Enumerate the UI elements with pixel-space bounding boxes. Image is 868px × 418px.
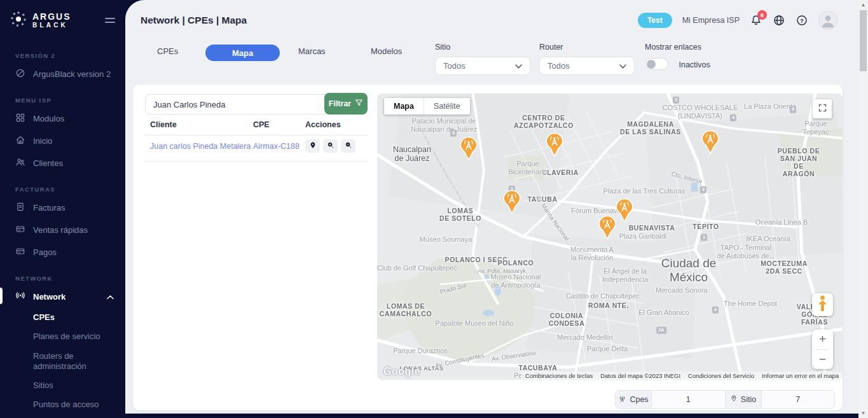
attribution-link[interactable]: Informar un error en el mapa: [762, 372, 839, 379]
table-divider: [145, 135, 368, 136]
notifications-bell-icon[interactable]: 6: [750, 14, 762, 27]
main-content: Network | CPEs | Mapa Test Mi Empresa IS…: [125, 0, 858, 414]
map-type-mapa-button[interactable]: Mapa: [384, 98, 424, 115]
router-select[interactable]: Todos: [539, 57, 635, 75]
sitio-select[interactable]: Todos: [435, 57, 530, 75]
client-link[interactable]: Juan carlos Pineda Metalera: [150, 142, 251, 151]
argusblack-logo-icon: [9, 10, 28, 31]
vertical-scrollbar[interactable]: ▲ ▼: [858, 0, 868, 418]
brand-wordmark: ARGUS BLACK: [32, 12, 71, 29]
column-header-cliente: Cliente: [150, 120, 177, 129]
sidebar-subitem-planes-de-servicio[interactable]: Planes de servicio: [0, 327, 125, 346]
sidebar-section-header: MENU ISP: [0, 93, 125, 108]
router-label: Router: [539, 43, 635, 52]
scrollbar-thumb[interactable]: [860, 10, 867, 71]
sidebar-item-inicio[interactable]: Inicio: [0, 130, 125, 152]
brand-line2: BLACK: [32, 22, 71, 29]
clients-icon: [15, 157, 25, 169]
tab-cpes[interactable]: CPEs: [157, 46, 178, 56]
zoom-out-action-button[interactable]: [341, 139, 355, 153]
chevron-up-icon: [107, 292, 114, 302]
sidebar-header: ARGUS BLACK: [0, 0, 125, 41]
sidebar-collapse-icon[interactable]: [105, 18, 115, 23]
tab-marcas[interactable]: Marcas: [298, 46, 326, 56]
filter-button-label: Filtrar: [329, 99, 351, 108]
mostrar-enlaces-label: Mostrar enlaces: [645, 43, 710, 52]
sidebar-subitem-cpes[interactable]: CPEs: [0, 308, 125, 327]
router-selected-value: Todos: [548, 61, 570, 71]
cpe-site-marker-icon[interactable]: [545, 132, 564, 158]
sidebar-item-argusblack-version-2[interactable]: ArgusBlack version 2: [0, 63, 125, 85]
language-globe-icon[interactable]: [773, 14, 785, 27]
sidebar-section-header: VERSIÓN 2: [0, 48, 125, 63]
invoice-icon: [15, 202, 25, 214]
sidebar-item-label: Ventas rápidas: [33, 225, 88, 235]
enlaces-state-label: Inactivos: [679, 60, 710, 69]
scroll-up-icon[interactable]: ▲: [858, 0, 868, 10]
pegman-icon: [817, 295, 828, 314]
sidebar-item-label: Pagos: [33, 247, 57, 257]
cpe-site-marker-icon[interactable]: [615, 198, 634, 223]
sitio-selected-value: Todos: [443, 61, 465, 71]
zoom-in-button[interactable]: +: [812, 330, 833, 349]
tab-modelos[interactable]: Modelos: [371, 46, 402, 56]
cpe-link[interactable]: Airmax-C188: [253, 142, 300, 151]
cpe-site-marker-icon[interactable]: [701, 130, 720, 155]
sidebar-item-label: Network: [33, 292, 65, 302]
toggle-knob: [647, 60, 656, 69]
sidebar-subitem-puntos-de-acceso[interactable]: Puntos de acceso: [0, 395, 125, 414]
sidebar-item-clientes[interactable]: Clientes: [0, 152, 125, 174]
version-icon: [15, 68, 25, 80]
zoom-out-icon: [345, 141, 352, 151]
company-name: Mi Empresa ISP: [682, 16, 740, 25]
cpe-site-marker-icon[interactable]: [459, 136, 478, 162]
locate-action-button[interactable]: [305, 139, 320, 153]
cpe-site-marker-icon[interactable]: [502, 190, 521, 215]
sidebar-item-label: Modulos: [33, 114, 64, 123]
attribution-link[interactable]: Condiciones del Servicio: [688, 372, 754, 379]
user-avatar[interactable]: [818, 11, 837, 30]
chevron-down-icon: [515, 61, 522, 71]
brand-line1: ARGUS: [32, 12, 71, 21]
sidebar-subitem-dispositivos-de-hogar[interactable]: Dispositivos de hogar: [0, 415, 125, 418]
filter-button[interactable]: Filtrar: [324, 93, 368, 115]
topbar-right: Test Mi Empresa ISP 6 ?: [638, 11, 837, 30]
map-fullscreen-button[interactable]: [813, 99, 832, 118]
sidebar-item-facturas[interactable]: Facturas: [0, 197, 125, 219]
search-input[interactable]: [145, 94, 329, 115]
sitio-label: Sitio: [435, 43, 530, 52]
notification-count-badge: 6: [757, 10, 767, 20]
zoom-in-icon: [327, 141, 334, 151]
filter-router: Router Todos: [539, 43, 635, 75]
home-icon: [15, 135, 25, 147]
sidebar-subitem-routers-de-administraci-n[interactable]: Routers de administración: [0, 347, 125, 377]
column-header-cpe: CPE: [253, 120, 270, 129]
map-type-satelite-button[interactable]: Satélite: [424, 98, 470, 115]
map-stats-bar: Cpes 1 Sitio 7: [615, 390, 835, 409]
funnel-icon: [355, 99, 363, 109]
zoom-out-button[interactable]: −: [812, 350, 833, 370]
scroll-down-icon[interactable]: ▼: [858, 408, 868, 418]
sidebar-item-ventas-r-pidas[interactable]: Ventas rápidas: [0, 219, 125, 241]
sidebar-item-label: ArgusBlack version 2: [33, 69, 111, 79]
environment-badge[interactable]: Test: [638, 13, 672, 28]
map-canvas[interactable]: Naucalpan de JuárezPalacio Municipal de …: [377, 94, 843, 380]
sidebar-item-network[interactable]: Network: [0, 286, 125, 308]
sidebar-item-label: Facturas: [33, 203, 65, 212]
cpe-site-marker-icon[interactable]: [598, 215, 617, 240]
sidebar-subitem-sitios[interactable]: Sitios: [0, 376, 125, 395]
tab-mapa[interactable]: Mapa: [205, 45, 280, 61]
google-logo[interactable]: Google: [383, 366, 420, 377]
map-zoom-control: + −: [812, 330, 833, 369]
sidebar-item-pagos[interactable]: Pagos: [0, 241, 125, 263]
sidebar-item-modulos[interactable]: Modulos: [0, 108, 125, 130]
modules-icon: [15, 113, 25, 125]
attribution-link[interactable]: Datos del mapa ©2023 INEGI: [600, 372, 680, 379]
zoom-in-action-button[interactable]: [323, 139, 338, 153]
street-view-pegman[interactable]: [812, 293, 833, 316]
attribution-link[interactable]: Combinaciones de teclas: [525, 372, 593, 379]
enlaces-toggle[interactable]: [645, 58, 668, 70]
help-icon[interactable]: ?: [796, 14, 808, 27]
card-icon: [15, 246, 25, 258]
page-title: Network | CPEs | Mapa: [141, 15, 247, 26]
